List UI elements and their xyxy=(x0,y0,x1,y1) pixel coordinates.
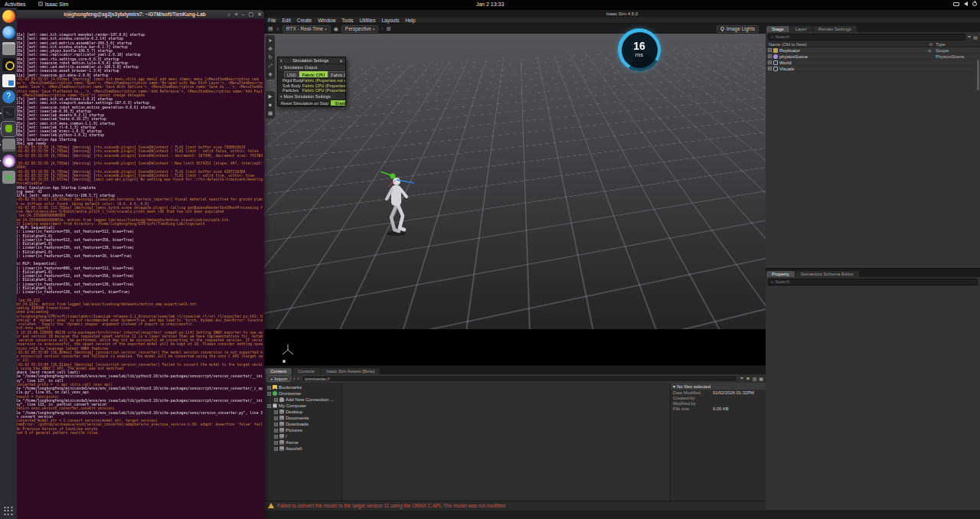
terminal-menu-icon[interactable]: ≡ xyxy=(235,11,238,18)
menu-item[interactable]: Tools xyxy=(341,18,353,23)
terminal-minimize-button[interactable]: – xyxy=(242,11,245,18)
terminal-close-button[interactable]: ✕ xyxy=(257,11,262,18)
import-button[interactable]: + Import xyxy=(266,375,291,382)
menu-item[interactable]: Window xyxy=(318,18,335,23)
dock-item-music[interactable] xyxy=(2,58,15,71)
list-view-icon[interactable]: ▥ xyxy=(753,376,757,381)
terminal-maximize-button[interactable]: ▢ xyxy=(249,11,254,18)
tree-item-add-connection[interactable]: Add New Connection ... xyxy=(264,397,341,403)
grid-view-icon[interactable]: ▦ xyxy=(759,376,763,381)
menu-item[interactable]: Utilities xyxy=(360,18,376,23)
menu-item[interactable]: Edit xyxy=(282,18,290,23)
details-header[interactable]: ▾ No files selected xyxy=(671,383,766,390)
dock-item-software[interactable] xyxy=(2,171,15,184)
tree-item-omniverse[interactable]: Omniverse xyxy=(264,390,341,397)
World[interactable]: World ⊙ xyxy=(766,60,980,66)
expander-icon[interactable] xyxy=(768,54,772,58)
move-tool-icon[interactable]: ✥ xyxy=(266,45,274,53)
file-grid-area[interactable] xyxy=(342,383,670,503)
terminal-output[interactable]: [4.601s] [ext: omni.kit.viewport.menubar… xyxy=(5,19,264,518)
close-icon[interactable]: ✕ xyxy=(339,58,343,64)
property-tab[interactable]: Property xyxy=(766,271,795,277)
stage-tab[interactable]: Render Settings xyxy=(813,26,857,32)
expander-icon[interactable] xyxy=(274,447,278,451)
stage-scrollbar[interactable] xyxy=(977,60,979,90)
activities-button[interactable]: Activities xyxy=(5,2,26,7)
content-tab[interactable]: Isaac Sim Assets [Beta] xyxy=(321,368,380,374)
stage-header-row[interactable]: Name (Old to New) ⊙ Type xyxy=(766,41,980,47)
stage-tab[interactable]: Layer xyxy=(790,26,812,32)
play-button-icon[interactable]: ▶ xyxy=(266,93,274,100)
dock-item-libreoffice[interactable] xyxy=(2,74,15,87)
filter-icon[interactable]: ⏷ xyxy=(740,376,743,381)
expander-icon[interactable] xyxy=(274,416,278,420)
expander-icon[interactable] xyxy=(274,410,278,414)
Visuals[interactable]: Visuals ⊙ xyxy=(766,66,980,72)
isaac-titlebar[interactable]: Isaac Sim 4.5.0 xyxy=(264,10,980,17)
stage-filter-icon[interactable]: ⏷ xyxy=(968,34,972,40)
simulation-output-section[interactable]: ▾ Simulation Output xyxy=(278,64,345,70)
expander-icon[interactable] xyxy=(267,386,271,390)
snap-tool-icon[interactable]: ◈ xyxy=(266,70,274,78)
tree-item-documents[interactable]: Documents xyxy=(264,415,341,421)
type-column-header[interactable]: Type xyxy=(936,42,980,47)
dock-item-firefox[interactable] xyxy=(2,10,15,23)
bookmark-icon[interactable]: ⚑ xyxy=(746,376,750,381)
dock-item-help[interactable] xyxy=(2,90,15,103)
output-mode-button[interactable]: Fabric CPU xyxy=(299,71,328,77)
stage-search-input[interactable] xyxy=(775,34,962,39)
path-input[interactable] xyxy=(305,377,735,381)
dock-item-cat[interactable] xyxy=(2,155,15,168)
grid-toggle-icon[interactable]: ▦ xyxy=(266,109,274,117)
terminal-titlebar[interactable]: + longhongfeng@sg2jx3ybdymlrx7: ~/GTM/so… xyxy=(5,10,264,19)
system-tray[interactable] xyxy=(953,0,977,8)
expander-icon[interactable] xyxy=(768,48,772,52)
name-column-header[interactable]: Name (Old to New) xyxy=(769,42,926,47)
expander-icon[interactable] xyxy=(274,435,278,439)
resolution-icon[interactable]: ⊞ xyxy=(387,25,391,33)
stage-tab[interactable]: Stage xyxy=(766,26,789,32)
reset-on-stop-toggle[interactable]: Enabled xyxy=(331,100,345,106)
select-tool-icon[interactable]: ➤ xyxy=(266,37,274,44)
dock-item-thunderbird[interactable] xyxy=(2,26,15,39)
tree-item-downloads[interactable]: Downloads xyxy=(264,421,341,427)
tree-item-boot-efi[interactable]: /boot/efi xyxy=(264,446,341,452)
power-icon[interactable] xyxy=(972,2,977,6)
expander-icon[interactable] xyxy=(274,429,278,432)
tree-item-home[interactable]: /home xyxy=(264,439,341,446)
camera-dropdown[interactable]: Perspective xyxy=(341,25,378,33)
tree-item-root[interactable]: / xyxy=(264,433,341,439)
output-mode-button[interactable]: Fabric GPU xyxy=(328,71,346,77)
tree-item-my-computer[interactable]: My Computer xyxy=(264,403,341,409)
tree-item-desktop[interactable]: Desktop xyxy=(264,409,341,415)
simulation-settings-titlebar[interactable]: ▾ Simulation Settings ✕ xyxy=(278,57,345,64)
stop-button-icon[interactable]: ■ xyxy=(266,101,274,109)
dock-item-isaac-sim[interactable] xyxy=(2,122,15,135)
rotate-tool-icon[interactable]: ↻ xyxy=(266,54,274,61)
forward-button[interactable]: › xyxy=(298,375,299,382)
terminal-search-icon[interactable]: ⌕ xyxy=(228,11,231,18)
menu-item[interactable]: File xyxy=(268,18,276,23)
output-mode-button[interactable]: USD xyxy=(284,71,299,77)
eye-icon[interactable]: ⊙ xyxy=(925,48,934,53)
menu-item[interactable]: Create xyxy=(297,18,312,23)
lighting-dropdown[interactable]: Image Lights xyxy=(717,25,759,33)
shading-mode-icon[interactable]: ⌾ xyxy=(276,25,279,33)
renderer-dropdown[interactable]: RTX - Real-Time xyxy=(283,25,331,33)
menu-item[interactable]: Help xyxy=(405,18,415,23)
focused-app-menu[interactable]: Isaac Sim xyxy=(38,2,69,7)
viewport-options-icon[interactable]: ▤ xyxy=(268,25,273,33)
content-tab[interactable]: Console xyxy=(292,368,320,374)
humanoid-robot[interactable] xyxy=(379,171,416,237)
tree-item-pictures[interactable]: Pictures xyxy=(264,427,341,433)
back-button[interactable]: ‹ xyxy=(293,375,295,382)
dock-item-terminal[interactable] xyxy=(2,106,15,119)
expander-icon[interactable] xyxy=(768,67,772,70)
Replicator[interactable]: Replicator ⊙ Scope xyxy=(766,47,980,54)
physicsScene[interactable]: physicsScene ⊙ PhysicsScene xyxy=(766,54,980,60)
terminal-new-tab-button[interactable]: + xyxy=(67,11,73,18)
clock[interactable]: Jan 2 13:33 xyxy=(476,2,505,7)
camera-icon[interactable]: ◉ xyxy=(334,25,338,33)
volume-icon[interactable] xyxy=(964,2,968,6)
content-tab[interactable]: Content xyxy=(265,368,292,374)
